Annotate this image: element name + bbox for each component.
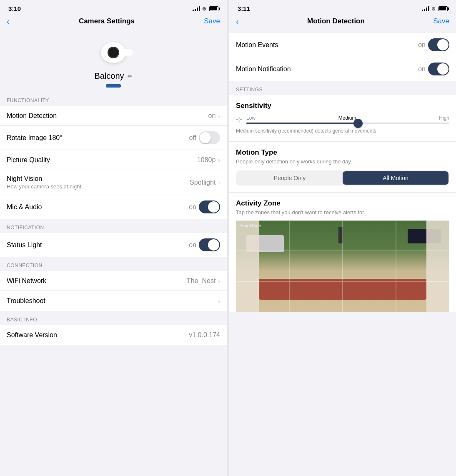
status-bar-left: 3:10 ⊛ [0, 0, 227, 14]
slider-container: ⊹ Low Medium High [236, 115, 449, 124]
people-only-segment[interactable]: People Only [237, 171, 343, 185]
picture-quality-row[interactable]: Picture Quality 1080p › [0, 150, 227, 170]
status-time-right: 3:11 [238, 5, 250, 12]
motion-detection-row[interactable]: Motion Detection on › [0, 106, 227, 126]
connection-group: WiFi Network The_Nest › Troubleshoot › [0, 271, 227, 311]
back-chevron-right: ‹ [236, 17, 239, 25]
motion-detection-label: Motion Detection [7, 112, 57, 119]
grid-overlay [236, 220, 449, 312]
wifi-icon: ⊛ [202, 6, 206, 12]
feed-watermark: SimpliSafe [239, 223, 261, 228]
wifi-network-value: The_Nest [187, 277, 215, 285]
picture-quality-value: 1080p [197, 156, 216, 164]
motion-events-toggle[interactable] [428, 38, 449, 51]
motion-type-segmented: People Only All Motion [236, 170, 449, 185]
motion-detection-screen: 3:11 ⊛ ‹ Motion Detection Save [229, 0, 456, 476]
camera-feed[interactable]: SimpliSafe [236, 220, 449, 312]
activity-zone-title: Activity Zone [236, 199, 449, 208]
sensitivity-title: Sensitivity [236, 102, 449, 110]
signal-icon [193, 6, 200, 11]
rotate-image-row[interactable]: Rotate Image 180° off [0, 126, 227, 150]
status-light-toggle[interactable] [199, 238, 220, 251]
camera-indicator [106, 84, 121, 88]
bottom-spacer [229, 312, 456, 321]
camera-preview: Balcony ✏ [0, 30, 227, 92]
motion-notification-toggle[interactable] [428, 63, 449, 75]
battery-icon [209, 6, 218, 11]
activity-zone-section: Activity Zone Tap the zones that you don… [229, 193, 456, 312]
back-chevron-left: ‹ [7, 17, 10, 25]
wifi-icon-right: ⊛ [431, 6, 436, 12]
basic-info-header: BASIC INFO [0, 311, 227, 325]
page-title-left: Camera Settings [79, 17, 135, 25]
slider-labels: Low Medium High [246, 115, 449, 121]
status-light-row[interactable]: Status Light on [0, 233, 227, 257]
camera-lens [108, 47, 119, 58]
back-button-left[interactable]: ‹ [7, 17, 10, 25]
status-light-label: Status Light [7, 241, 42, 248]
motion-events-label: Motion Events [236, 41, 278, 48]
status-light-value: on [189, 241, 196, 249]
mic-audio-toggle[interactable] [199, 200, 220, 213]
night-vision-value: Spotlight [190, 179, 215, 186]
edit-icon[interactable]: ✏ [128, 73, 133, 80]
mic-audio-value: on [189, 203, 196, 211]
night-vision-chevron: › [218, 179, 220, 186]
troubleshoot-row[interactable]: Troubleshoot › [0, 291, 227, 311]
camera-name-label: Balcony [94, 71, 124, 81]
motion-notification-value: on [418, 65, 426, 73]
nav-bar-right: ‹ Motion Detection Save [229, 14, 456, 30]
wifi-network-row[interactable]: WiFi Network The_Nest › [0, 271, 227, 291]
mic-audio-row[interactable]: Mic & Audio on [0, 195, 227, 219]
motion-notification-row[interactable]: Motion Notification on [229, 57, 456, 81]
motion-detection-chevron: › [218, 113, 220, 119]
save-button-right[interactable]: Save [433, 17, 449, 25]
back-button-right[interactable]: ‹ [236, 17, 239, 25]
rotate-image-value: off [189, 134, 197, 142]
slider-label-medium: Medium [338, 115, 356, 121]
functionality-group: Motion Detection on › Rotate Image 180° … [0, 106, 227, 219]
slider-track[interactable] [246, 123, 449, 124]
motion-detection-value: on [208, 112, 216, 120]
save-button-left[interactable]: Save [204, 17, 220, 25]
motion-toggles-group: Motion Events on Motion Notification on [229, 33, 456, 81]
status-icons-left: ⊛ [193, 6, 218, 12]
slider-fill [246, 123, 358, 124]
slider-description: Medium sensitivity (recommended) detects… [236, 128, 449, 135]
activity-zone-description: Tap the zones that you don't want to rec… [236, 209, 449, 215]
sensitivity-section: Sensitivity ⊹ Low Medium High Medium sen… [229, 95, 456, 141]
motion-type-title: Motion Type [236, 148, 449, 157]
sensitivity-icon: ⊹ [236, 115, 242, 124]
motion-notification-label: Motion Notification [236, 65, 291, 73]
notification-group: Status Light on [0, 233, 227, 257]
wifi-network-label: WiFi Network [7, 277, 46, 284]
slider-track-container: Low Medium High [246, 115, 449, 124]
notification-header: NOTIFICATION [0, 219, 227, 233]
functionality-header: FUNCTIONALITY [0, 92, 227, 106]
slider-thumb[interactable] [353, 119, 363, 128]
camera-settings-screen: 3:10 ⊛ ‹ Camera Settings Save [0, 0, 227, 476]
connection-header: CONNECTION [0, 257, 227, 271]
status-bar-right: 3:11 ⊛ [229, 0, 456, 14]
rotate-image-label: Rotate Image 180° [7, 134, 63, 141]
battery-icon-right [438, 6, 448, 11]
slider-label-low: Low [246, 115, 256, 121]
motion-events-row[interactable]: Motion Events on [229, 33, 456, 57]
troubleshoot-chevron: › [218, 298, 220, 304]
rotate-image-toggle[interactable] [199, 131, 220, 144]
troubleshoot-label: Troubleshoot [7, 297, 45, 304]
motion-type-section: Motion Type People-only detection only w… [229, 142, 456, 192]
status-icons-right: ⊛ [422, 6, 448, 12]
wifi-network-chevron: › [218, 278, 220, 284]
all-motion-segment[interactable]: All Motion [343, 171, 448, 185]
software-version-label: Software Version [7, 331, 57, 338]
nav-bar-left: ‹ Camera Settings Save [0, 14, 227, 30]
basic-info-group: Software Version v1.0.0.174 [0, 325, 227, 345]
page-title-right: Motion Detection [307, 17, 365, 25]
night-vision-row[interactable]: Night Vision How your camera sees at nig… [0, 170, 227, 195]
software-version-row: Software Version v1.0.0.174 [0, 325, 227, 345]
signal-icon-right [422, 6, 429, 11]
status-time-left: 3:10 [8, 5, 21, 12]
settings-section-header: SETTINGS [229, 81, 456, 95]
camera-image [97, 38, 130, 67]
